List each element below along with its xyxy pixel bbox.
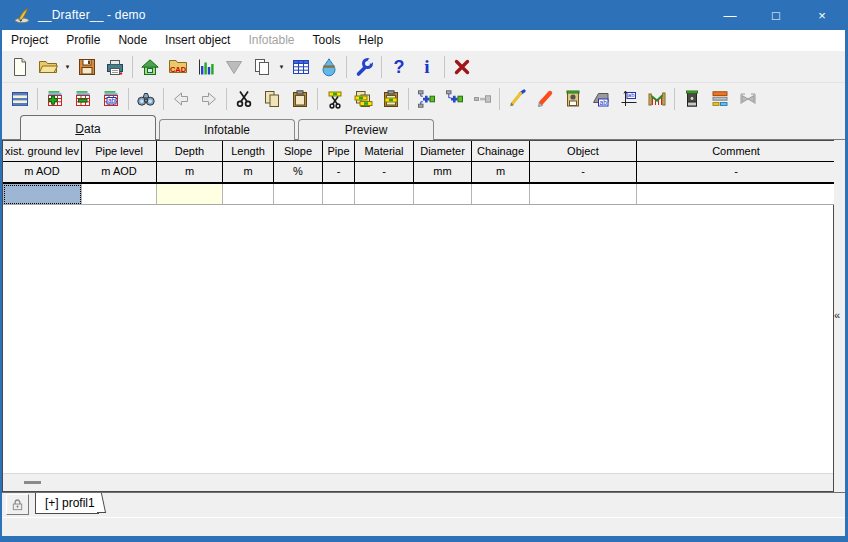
menu-profile[interactable]: Profile: [57, 30, 109, 51]
col-unit-9: -: [530, 162, 637, 184]
col-header-6[interactable]: Material: [355, 141, 414, 162]
settings-wrench-button[interactable]: [350, 54, 378, 80]
find-button[interactable]: [132, 86, 160, 112]
paste-button[interactable]: [286, 86, 314, 112]
chamber-button[interactable]: [678, 86, 706, 112]
tab-preview[interactable]: Preview: [298, 119, 434, 140]
menu-insert-object[interactable]: Insert object: [156, 30, 239, 51]
cell-r0-c6[interactable]: [355, 184, 414, 205]
window-controls: — □ ×: [707, 0, 845, 30]
col-unit-5: -: [323, 162, 355, 184]
col-unit-3: m: [223, 162, 274, 184]
delete-node-button-disabled: [468, 86, 496, 112]
menu-project[interactable]: Project: [2, 30, 57, 51]
separator: [128, 88, 129, 110]
cut-button[interactable]: [230, 86, 258, 112]
col-header-0[interactable]: xist. ground lev: [3, 141, 82, 162]
tab-infotable[interactable]: Infotable: [159, 119, 295, 140]
cell-r0-c0[interactable]: [3, 184, 82, 205]
cell-r0-c5[interactable]: [323, 184, 355, 205]
forward-button-disabled: [195, 86, 223, 112]
h-scrollbar[interactable]: [3, 473, 833, 491]
separator: [317, 88, 318, 110]
menu-help[interactable]: Help: [350, 30, 393, 51]
cell-r0-c3[interactable]: [223, 184, 274, 205]
slope-label-button[interactable]: ab: [587, 86, 615, 112]
cell-r0-c2[interactable]: [157, 184, 223, 205]
pipes-button[interactable]: [706, 86, 734, 112]
info-button[interactable]: i: [413, 54, 441, 80]
profile-object-button[interactable]: [643, 86, 671, 112]
maximize-button[interactable]: □: [753, 0, 799, 30]
edit-cell-button[interactable]: ab: [97, 86, 125, 112]
table-button[interactable]: [287, 54, 315, 80]
app-window: __Drafter__ - demo — □ × ProjectProfileN…: [0, 0, 848, 542]
cell-r0-c1[interactable]: [82, 184, 157, 205]
tab-data-label: ata: [84, 122, 101, 136]
row-styles-button[interactable]: [6, 86, 34, 112]
red-marker-button[interactable]: [531, 86, 559, 112]
minimize-button[interactable]: —: [707, 0, 753, 30]
col-header-10[interactable]: Comment: [637, 141, 835, 162]
tab-infotable-label: Infotable: [204, 123, 250, 137]
col-header-7[interactable]: Diameter: [414, 141, 472, 162]
cell-r0-c9[interactable]: [530, 184, 637, 205]
col-header-1[interactable]: Pipe level: [82, 141, 157, 162]
copy-pages-dropdown-caret[interactable]: ▼: [276, 54, 287, 80]
home-button[interactable]: [136, 54, 164, 80]
menu-node[interactable]: Node: [109, 30, 156, 51]
insert-node-after-button[interactable]: [440, 86, 468, 112]
delete-row-button[interactable]: [69, 86, 97, 112]
h-scrollbar-thumb[interactable]: [24, 481, 41, 484]
water-drop-button[interactable]: [315, 54, 343, 80]
help-button[interactable]: ?: [385, 54, 413, 80]
separator: [226, 88, 227, 110]
wrench-icon: [354, 57, 374, 77]
cut-cells-button[interactable]: [321, 86, 349, 112]
tab-data[interactable]: Data: [20, 115, 156, 140]
open-cad-button[interactable]: CAD: [164, 54, 192, 80]
scissors-icon: [234, 89, 254, 109]
lock-icon: [10, 497, 25, 512]
lock-button[interactable]: [6, 494, 29, 515]
open-project-button[interactable]: [34, 54, 62, 80]
col-header-3[interactable]: Length: [223, 141, 274, 162]
grid-units-row: m AODm AODmm%--mmm--: [3, 162, 833, 184]
col-header-8[interactable]: Chainage: [472, 141, 530, 162]
exit-x-icon: [452, 57, 472, 77]
collapse-panel-handle[interactable]: «: [834, 310, 840, 321]
insert-node-before-button[interactable]: [412, 86, 440, 112]
manhole-button[interactable]: [559, 86, 587, 112]
chart-button[interactable]: [192, 54, 220, 80]
copy-pages-button[interactable]: [248, 54, 276, 80]
insert-row-button[interactable]: [41, 86, 69, 112]
cell-r0-c7[interactable]: [414, 184, 472, 205]
cell-r0-c10[interactable]: [637, 184, 835, 205]
menu-tools[interactable]: Tools: [303, 30, 349, 51]
separator: [163, 88, 164, 110]
new-project-button[interactable]: [6, 54, 34, 80]
exit-button[interactable]: [448, 54, 476, 80]
pen-icon: [507, 89, 527, 109]
paste-cells-button[interactable]: [377, 86, 405, 112]
insert-node-before-icon: [416, 89, 436, 109]
copy-cells-button[interactable]: [349, 86, 377, 112]
print-button[interactable]: [101, 54, 129, 80]
copy-button[interactable]: [258, 86, 286, 112]
cad-folder-icon: CAD: [168, 57, 188, 77]
close-button[interactable]: ×: [799, 0, 845, 30]
grid-empty-area[interactable]: [3, 205, 833, 473]
open-dropdown-caret[interactable]: ▼: [62, 54, 73, 80]
new-document-icon: [10, 57, 30, 77]
col-header-2[interactable]: Depth: [157, 141, 223, 162]
col-header-9[interactable]: Object: [530, 141, 637, 162]
cell-r0-c4[interactable]: [274, 184, 323, 205]
save-button[interactable]: [73, 54, 101, 80]
col-header-4[interactable]: Slope: [274, 141, 323, 162]
draw-pen-button[interactable]: [503, 86, 531, 112]
cell-r0-c8[interactable]: [472, 184, 530, 205]
col-header-5[interactable]: Pipe: [323, 141, 355, 162]
copy-pages-icon: [262, 89, 282, 109]
axis-label-button[interactable]: ab: [615, 86, 643, 112]
sheet-tab-profil1[interactable]: [+] profil1: [35, 493, 99, 514]
